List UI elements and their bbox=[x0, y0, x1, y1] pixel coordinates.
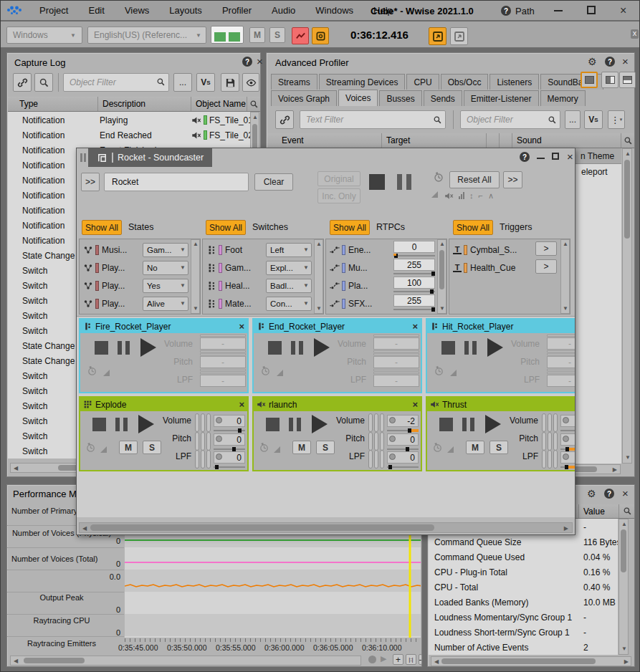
language-selector[interactable]: English(US) (Referenc... ▼ bbox=[87, 27, 206, 44]
knob-icon[interactable] bbox=[389, 453, 396, 460]
module-header[interactable]: End_Rocket_Player × bbox=[254, 320, 421, 333]
fader-widget[interactable] bbox=[206, 450, 211, 469]
column-type[interactable]: Type bbox=[15, 97, 98, 111]
module-close-icon[interactable]: × bbox=[412, 322, 418, 331]
fader-widget[interactable] bbox=[374, 450, 378, 469]
column-blank-2[interactable] bbox=[500, 133, 512, 148]
fader-widget[interactable] bbox=[195, 450, 199, 469]
help-icon[interactable]: ? bbox=[520, 152, 530, 162]
fader-widget[interactable] bbox=[201, 413, 205, 432]
state-row[interactable]: Play... No▼ bbox=[81, 259, 190, 277]
fader-widget[interactable] bbox=[380, 450, 384, 469]
pitch-value[interactable]: -1 bbox=[560, 433, 575, 446]
spinner-line[interactable] bbox=[547, 353, 575, 355]
module-header[interactable]: Thrust bbox=[427, 398, 575, 411]
tab-streaming-devices[interactable]: Streaming Devices bbox=[319, 74, 406, 90]
volume-value[interactable]: -2 bbox=[387, 415, 419, 427]
spinner-line[interactable] bbox=[373, 335, 419, 337]
param-slider[interactable] bbox=[214, 430, 245, 431]
fader-widget[interactable] bbox=[368, 432, 373, 451]
mute-button[interactable]: M bbox=[249, 27, 265, 43]
expander-triangle-icon[interactable] bbox=[431, 191, 438, 198]
scroll-left-icon[interactable]: ◀ bbox=[82, 526, 87, 532]
scroll-up-icon[interactable]: ▲ bbox=[621, 522, 627, 527]
stat-row[interactable]: Loudness Momentary/Sync Group 1- bbox=[429, 610, 618, 625]
pitch-arrows-icon[interactable]: ↕ bbox=[469, 191, 474, 200]
spinner-line[interactable] bbox=[547, 369, 575, 371]
fader-widget[interactable] bbox=[553, 413, 558, 432]
menu-views[interactable]: Views bbox=[115, 5, 159, 16]
post-trigger-button[interactable]: > bbox=[535, 259, 557, 274]
fader-widget[interactable] bbox=[201, 450, 205, 469]
object-filter-input[interactable] bbox=[63, 73, 169, 92]
save-log-button[interactable] bbox=[221, 73, 239, 92]
state-value-dropdown[interactable]: Yes▼ bbox=[143, 279, 188, 293]
platform-selector[interactable]: Windows ▼ bbox=[6, 27, 82, 44]
scroll-up-icon[interactable]: ▲ bbox=[193, 241, 199, 247]
reset-all-button[interactable]: Reset All bbox=[449, 171, 500, 188]
horizontal-scrollbar[interactable]: ◀ bbox=[10, 656, 361, 666]
zoom-fit-button[interactable]: |:| bbox=[406, 654, 416, 665]
gear-icon[interactable]: ⚙ bbox=[588, 57, 597, 67]
zoom-in-button[interactable]: + bbox=[393, 654, 403, 665]
knob-icon[interactable] bbox=[216, 436, 222, 442]
scroll-down-icon[interactable]: ▼ bbox=[563, 306, 568, 312]
close-panel-icon[interactable]: × bbox=[257, 56, 263, 67]
levels-icon[interactable] bbox=[459, 192, 464, 199]
close-panel-icon[interactable]: × bbox=[622, 488, 629, 499]
pause-all-button[interactable] bbox=[397, 174, 411, 190]
fader-widget[interactable] bbox=[195, 432, 199, 451]
states-show-all-button[interactable]: Show All bbox=[82, 220, 122, 235]
original-button[interactable]: Original bbox=[317, 171, 360, 186]
rtpc-value-box[interactable]: 255 bbox=[393, 294, 435, 307]
minimize-button[interactable] bbox=[554, 10, 563, 11]
path-button[interactable]: Path bbox=[515, 6, 535, 16]
rtpc-slider[interactable] bbox=[393, 255, 435, 256]
slider-handle[interactable] bbox=[431, 307, 435, 312]
stop-all-button[interactable] bbox=[369, 174, 385, 190]
scrollbar-thumb[interactable] bbox=[90, 524, 434, 531]
param-slider[interactable] bbox=[387, 466, 419, 468]
link-objects-button[interactable] bbox=[275, 110, 294, 129]
zoom-out-button[interactable]: − bbox=[419, 654, 422, 665]
fader-widget[interactable] bbox=[542, 413, 546, 432]
tab-streams[interactable]: Streams bbox=[271, 74, 317, 90]
delay-clock-icon[interactable] bbox=[260, 365, 271, 376]
mute-button[interactable]: M bbox=[119, 441, 138, 454]
column-value[interactable]: Value bbox=[579, 504, 619, 518]
rtpc-row[interactable]: SFX... 255 bbox=[328, 294, 436, 312]
stop-button[interactable] bbox=[95, 341, 108, 355]
fader-widget[interactable] bbox=[542, 450, 546, 469]
scrollbar-thumb[interactable] bbox=[624, 160, 630, 239]
rtpc-row[interactable]: Pla... 100 bbox=[328, 277, 436, 294]
stop-button[interactable] bbox=[439, 418, 453, 431]
delay-clock-icon[interactable] bbox=[432, 442, 443, 453]
knob-icon[interactable] bbox=[563, 417, 569, 423]
expander-triangle-icon[interactable] bbox=[450, 370, 457, 376]
scroll-down-icon[interactable]: ▼ bbox=[193, 306, 199, 312]
reset-clock-icon[interactable] bbox=[433, 171, 444, 183]
module-header[interactable]: rlaunch × bbox=[254, 398, 421, 411]
vertical-scrollbar[interactable]: ▲ ▼ bbox=[622, 148, 632, 464]
maximize-button[interactable] bbox=[587, 6, 596, 14]
scroll-up-icon[interactable]: ▲ bbox=[625, 151, 631, 157]
menu-layouts[interactable]: Layouts bbox=[159, 5, 212, 16]
scroll-up-icon[interactable]: ▲ bbox=[316, 241, 322, 247]
tab-obs-occ[interactable]: Obs/Occ bbox=[441, 74, 489, 90]
knob-icon[interactable] bbox=[389, 436, 396, 442]
inc-only-button[interactable]: Inc. Only bbox=[317, 188, 360, 203]
slider-handle[interactable] bbox=[238, 428, 242, 433]
scroll-up-icon[interactable]: ▲ bbox=[439, 241, 445, 247]
session-name-input[interactable] bbox=[104, 173, 249, 191]
filter-toggle-button[interactable]: VS bbox=[196, 73, 215, 92]
link-objects-button[interactable] bbox=[13, 73, 32, 92]
pause-button[interactable] bbox=[464, 341, 477, 355]
toolbar-dismiss-icon[interactable]: x bbox=[631, 29, 639, 39]
stat-row[interactable]: CPU - Plug-in Total0.16 % bbox=[429, 565, 618, 580]
muted-speaker-icon[interactable] bbox=[444, 191, 454, 201]
knob-icon[interactable] bbox=[216, 453, 222, 460]
state-value-dropdown[interactable]: Gam...▼ bbox=[143, 243, 188, 257]
scroll-down-icon[interactable]: ▼ bbox=[621, 646, 627, 652]
module-header[interactable]: Explode × bbox=[80, 398, 247, 411]
spinner-line[interactable] bbox=[373, 369, 419, 371]
